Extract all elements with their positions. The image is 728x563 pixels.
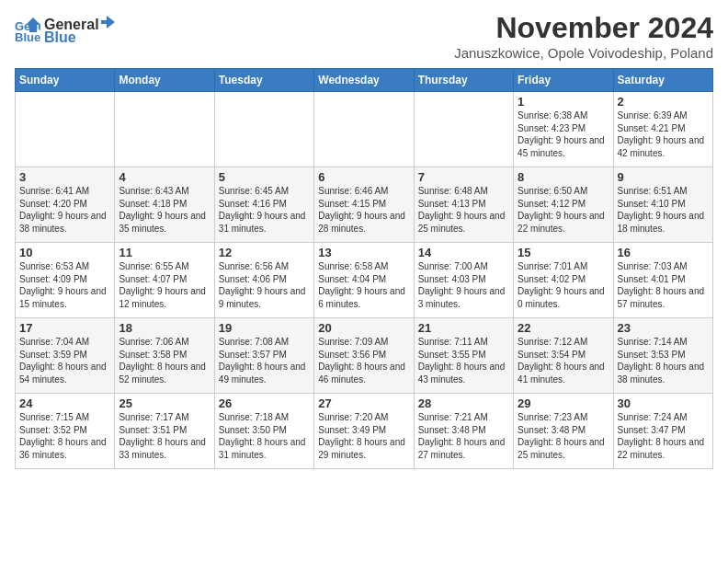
day-cell (314, 92, 414, 167)
page: General Blue General Blue November 2024 … (0, 0, 728, 477)
day-info: Sunrise: 6:48 AM Sunset: 4:13 PM Dayligh… (418, 185, 509, 235)
day-cell: 20Sunrise: 7:09 AM Sunset: 3:56 PM Dayli… (314, 318, 414, 394)
day-cell: 25Sunrise: 7:17 AM Sunset: 3:51 PM Dayli… (115, 394, 214, 469)
month-title: November 2024 (454, 11, 713, 45)
day-info: Sunrise: 6:38 AM Sunset: 4:23 PM Dayligh… (518, 109, 609, 159)
day-cell: 13Sunrise: 6:58 AM Sunset: 4:04 PM Dayli… (314, 243, 414, 318)
day-cell: 24Sunrise: 7:15 AM Sunset: 3:52 PM Dayli… (16, 394, 115, 469)
day-cell (16, 92, 115, 167)
day-info: Sunrise: 6:58 AM Sunset: 4:04 PM Dayligh… (318, 260, 409, 310)
col-sunday: Sunday (16, 69, 115, 92)
day-info: Sunrise: 6:51 AM Sunset: 4:10 PM Dayligh… (618, 185, 709, 235)
svg-text:Blue: Blue (15, 30, 40, 43)
day-info: Sunrise: 7:03 AM Sunset: 4:01 PM Dayligh… (618, 260, 709, 310)
day-info: Sunrise: 6:55 AM Sunset: 4:07 PM Dayligh… (119, 260, 210, 310)
col-tuesday: Tuesday (214, 69, 313, 92)
day-number: 14 (418, 246, 509, 259)
day-info: Sunrise: 7:14 AM Sunset: 3:53 PM Dayligh… (618, 336, 709, 385)
day-number: 12 (219, 246, 310, 259)
day-number: 27 (318, 396, 409, 410)
day-number: 7 (418, 170, 509, 184)
day-number: 1 (518, 95, 609, 109)
day-number: 15 (518, 246, 609, 259)
calendar-table: Sunday Monday Tuesday Wednesday Thursday… (15, 68, 713, 469)
day-number: 9 (618, 170, 709, 184)
day-cell: 10Sunrise: 6:53 AM Sunset: 4:09 PM Dayli… (16, 243, 115, 318)
day-number: 23 (618, 321, 709, 335)
day-cell: 12Sunrise: 6:56 AM Sunset: 4:06 PM Dayli… (214, 243, 313, 318)
day-info: Sunrise: 7:18 AM Sunset: 3:50 PM Dayligh… (219, 411, 310, 461)
day-cell: 19Sunrise: 7:08 AM Sunset: 3:57 PM Dayli… (214, 318, 313, 394)
day-cell: 23Sunrise: 7:14 AM Sunset: 3:53 PM Dayli… (613, 318, 712, 394)
day-info: Sunrise: 7:24 AM Sunset: 3:47 PM Dayligh… (618, 411, 709, 461)
day-number: 3 (19, 170, 110, 184)
day-cell: 22Sunrise: 7:12 AM Sunset: 3:54 PM Dayli… (514, 318, 613, 394)
day-number: 8 (518, 170, 609, 184)
day-number: 22 (518, 321, 609, 335)
week-row-3: 10Sunrise: 6:53 AM Sunset: 4:09 PM Dayli… (16, 243, 713, 318)
day-info: Sunrise: 7:23 AM Sunset: 3:48 PM Dayligh… (518, 411, 609, 461)
day-number: 20 (318, 321, 409, 335)
day-cell: 30Sunrise: 7:24 AM Sunset: 3:47 PM Dayli… (613, 394, 712, 469)
day-cell: 11Sunrise: 6:55 AM Sunset: 4:07 PM Dayli… (115, 243, 214, 318)
day-info: Sunrise: 7:04 AM Sunset: 3:59 PM Dayligh… (19, 336, 110, 385)
week-row-4: 17Sunrise: 7:04 AM Sunset: 3:59 PM Dayli… (16, 318, 713, 394)
day-info: Sunrise: 6:50 AM Sunset: 4:12 PM Dayligh… (518, 185, 609, 235)
day-info: Sunrise: 7:21 AM Sunset: 3:48 PM Dayligh… (418, 411, 509, 461)
header-row: Sunday Monday Tuesday Wednesday Thursday… (16, 69, 713, 92)
day-number: 28 (418, 396, 509, 410)
day-info: Sunrise: 7:15 AM Sunset: 3:52 PM Dayligh… (19, 411, 110, 461)
day-cell: 5Sunrise: 6:45 AM Sunset: 4:16 PM Daylig… (214, 167, 313, 243)
logo-icon: General Blue (15, 17, 40, 43)
day-number: 25 (119, 396, 210, 410)
day-info: Sunrise: 7:00 AM Sunset: 4:03 PM Dayligh… (418, 260, 509, 310)
day-number: 11 (119, 246, 210, 259)
day-info: Sunrise: 6:53 AM Sunset: 4:09 PM Dayligh… (19, 260, 110, 310)
day-number: 24 (19, 396, 110, 410)
day-number: 16 (618, 246, 709, 259)
logo: General Blue General Blue (15, 15, 116, 46)
day-cell: 14Sunrise: 7:00 AM Sunset: 4:03 PM Dayli… (414, 243, 513, 318)
day-cell: 21Sunrise: 7:11 AM Sunset: 3:55 PM Dayli… (414, 318, 513, 394)
day-number: 19 (219, 321, 310, 335)
day-cell: 8Sunrise: 6:50 AM Sunset: 4:12 PM Daylig… (514, 167, 613, 243)
svg-marker-3 (101, 16, 115, 29)
day-number: 29 (518, 396, 609, 410)
day-cell: 6Sunrise: 6:46 AM Sunset: 4:15 PM Daylig… (314, 167, 414, 243)
day-number: 30 (618, 396, 709, 410)
day-number: 17 (19, 321, 110, 335)
col-saturday: Saturday (613, 69, 712, 92)
title-area: November 2024 Januszkowice, Opole Voivod… (454, 11, 713, 61)
day-cell: 2Sunrise: 6:39 AM Sunset: 4:21 PM Daylig… (613, 92, 712, 167)
day-info: Sunrise: 7:12 AM Sunset: 3:54 PM Dayligh… (518, 336, 609, 385)
day-number: 13 (318, 246, 409, 259)
day-cell: 29Sunrise: 7:23 AM Sunset: 3:48 PM Dayli… (514, 394, 613, 469)
logo-arrow (101, 15, 116, 29)
day-cell: 17Sunrise: 7:04 AM Sunset: 3:59 PM Dayli… (16, 318, 115, 394)
day-number: 10 (19, 246, 110, 259)
day-number: 6 (318, 170, 409, 184)
day-info: Sunrise: 6:56 AM Sunset: 4:06 PM Dayligh… (219, 260, 310, 310)
day-info: Sunrise: 7:09 AM Sunset: 3:56 PM Dayligh… (318, 336, 409, 385)
col-wednesday: Wednesday (314, 69, 414, 92)
day-cell: 7Sunrise: 6:48 AM Sunset: 4:13 PM Daylig… (414, 167, 513, 243)
day-info: Sunrise: 7:17 AM Sunset: 3:51 PM Dayligh… (119, 411, 210, 461)
day-number: 18 (119, 321, 210, 335)
day-info: Sunrise: 6:41 AM Sunset: 4:20 PM Dayligh… (19, 185, 110, 235)
day-cell: 3Sunrise: 6:41 AM Sunset: 4:20 PM Daylig… (16, 167, 115, 243)
day-info: Sunrise: 6:43 AM Sunset: 4:18 PM Dayligh… (119, 185, 210, 235)
calendar-body: 1Sunrise: 6:38 AM Sunset: 4:23 PM Daylig… (16, 92, 713, 469)
week-row-5: 24Sunrise: 7:15 AM Sunset: 3:52 PM Dayli… (16, 394, 713, 469)
day-cell: 27Sunrise: 7:20 AM Sunset: 3:49 PM Dayli… (314, 394, 414, 469)
day-cell: 18Sunrise: 7:06 AM Sunset: 3:58 PM Dayli… (115, 318, 214, 394)
day-number: 21 (418, 321, 509, 335)
day-cell: 28Sunrise: 7:21 AM Sunset: 3:48 PM Dayli… (414, 394, 513, 469)
week-row-1: 1Sunrise: 6:38 AM Sunset: 4:23 PM Daylig… (16, 92, 713, 167)
day-info: Sunrise: 7:11 AM Sunset: 3:55 PM Dayligh… (418, 336, 509, 385)
day-cell (214, 92, 313, 167)
col-thursday: Thursday (414, 69, 513, 92)
day-cell (115, 92, 214, 167)
day-info: Sunrise: 7:20 AM Sunset: 3:49 PM Dayligh… (318, 411, 409, 461)
location: Januszkowice, Opole Voivodeship, Poland (454, 45, 713, 61)
day-info: Sunrise: 7:06 AM Sunset: 3:58 PM Dayligh… (119, 336, 210, 385)
